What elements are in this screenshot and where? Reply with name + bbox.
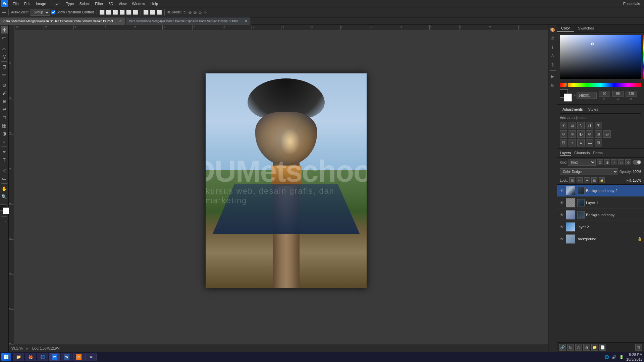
- adj-colorbalance-icon[interactable]: ⊕: [569, 130, 576, 138]
- hue-slider[interactable]: [560, 83, 641, 87]
- adj-photo-icon[interactable]: ⊗: [586, 130, 593, 138]
- history-panel-icon[interactable]: ⏱: [549, 35, 556, 42]
- path-select-tool[interactable]: ◁: [1, 167, 8, 174]
- taskbar-chrome[interactable]: 🌐: [37, 353, 48, 361]
- layer-adj-icon[interactable]: ◑: [583, 344, 590, 351]
- menu-view[interactable]: View: [116, 1, 129, 6]
- lock-transparent-icon[interactable]: ▥: [569, 177, 575, 183]
- menu-select[interactable]: Select: [77, 1, 93, 6]
- layer-filter-select[interactable]: Kind Name Effect Mode: [568, 159, 596, 166]
- distribute-left-icon[interactable]: ⬜: [143, 10, 149, 15]
- hex-input[interactable]: [577, 93, 597, 99]
- menu-window[interactable]: Window: [129, 1, 148, 6]
- menu-help[interactable]: Help: [148, 1, 161, 6]
- tray-battery-icon[interactable]: 🔋: [619, 354, 624, 360]
- 3d-orbit-icon[interactable]: ⊙: [198, 10, 202, 15]
- layer-visibility-layer-1[interactable]: 👁: [559, 200, 565, 205]
- eraser-tool[interactable]: ◻: [1, 114, 8, 121]
- 3d-zoom-icon[interactable]: ⊗: [193, 10, 197, 15]
- menu-file[interactable]: File: [10, 1, 21, 6]
- info-panel-icon[interactable]: ℹ: [549, 44, 556, 51]
- tab-paths[interactable]: Paths: [593, 150, 603, 156]
- layer-row-layer-2[interactable]: 👁 Layer 2: [557, 221, 644, 233]
- color-saturation-gradient[interactable]: [560, 35, 641, 79]
- layer-row-background[interactable]: 👁 Background 🔒: [557, 233, 644, 245]
- adj-mixer-icon[interactable]: ⊞: [595, 130, 602, 138]
- menu-filter[interactable]: Filter: [92, 1, 106, 6]
- move-tool-icon[interactable]: ✛: [2, 10, 6, 15]
- menu-layer[interactable]: Layer: [49, 1, 63, 6]
- dodge-tool[interactable]: ○: [1, 138, 8, 145]
- menu-3d[interactable]: 3D: [106, 1, 116, 6]
- quick-select-tool[interactable]: ◎: [1, 53, 8, 60]
- distribute-right-icon[interactable]: ⬜: [157, 10, 162, 15]
- menu-type[interactable]: Type: [63, 1, 77, 6]
- distribute-center-icon[interactable]: ⬜: [150, 10, 155, 15]
- taskbar-explorer[interactable]: 📁: [13, 353, 24, 361]
- background-swatch[interactable]: [564, 94, 572, 102]
- layer-comps-icon[interactable]: ⊞: [549, 81, 556, 89]
- adj-levels-icon[interactable]: ▤: [569, 122, 576, 129]
- g-input[interactable]: [612, 91, 624, 97]
- adj-threshold-icon[interactable]: ▲: [577, 139, 585, 146]
- blend-mode-select[interactable]: Color Dodge Normal Multiply Screen Overl…: [560, 168, 618, 175]
- filter-shape-icon[interactable]: ▭: [618, 159, 624, 165]
- lock-artboard-icon[interactable]: ⊡: [591, 177, 597, 183]
- align-middle-icon[interactable]: ⬜: [106, 10, 111, 15]
- windows-start-button[interactable]: [1, 353, 11, 361]
- menu-image[interactable]: Image: [33, 1, 49, 6]
- text-tool[interactable]: T: [1, 156, 8, 164]
- 3d-pan2-icon[interactable]: ✛: [203, 10, 207, 15]
- layer-new-icon[interactable]: 📄: [599, 344, 606, 351]
- adj-gradient-map-icon[interactable]: ▬: [586, 139, 593, 146]
- charmap-panel-icon[interactable]: A: [549, 52, 556, 60]
- taskbar-firefox[interactable]: 🦊: [25, 353, 36, 361]
- layer-visibility-bg-copy[interactable]: 👁: [559, 212, 565, 218]
- crop-tool[interactable]: ⊡: [1, 63, 8, 70]
- taskbar-word[interactable]: W: [61, 353, 72, 361]
- zoom-tool[interactable]: 🔍: [1, 193, 8, 200]
- layer-fx-icon[interactable]: fx: [567, 344, 574, 351]
- r-input[interactable]: [599, 91, 610, 97]
- layer-row-bg-copy-2[interactable]: 👁 Background copy 2: [557, 185, 644, 197]
- layer-row-layer-1[interactable]: 👁 Layer 1: [557, 197, 644, 209]
- lasso-tool[interactable]: ⌓: [1, 45, 8, 52]
- close-tab-2[interactable]: ✕: [245, 19, 247, 23]
- tab-adjustments[interactable]: Adjustments: [560, 107, 586, 112]
- lock-position-icon[interactable]: ✛: [584, 177, 590, 183]
- menu-edit[interactable]: Edit: [21, 1, 33, 6]
- auto-select-dropdown[interactable]: Group Layer: [31, 9, 50, 16]
- filter-type-icon[interactable]: T: [611, 159, 617, 165]
- marquee-rect-tool[interactable]: ▭: [1, 34, 8, 42]
- 3d-rotate-icon[interactable]: ↻: [183, 10, 187, 15]
- actions-panel-icon[interactable]: ▶: [549, 73, 556, 80]
- layer-link-icon[interactable]: 🔗: [559, 344, 566, 351]
- doc-tab-1[interactable]: Cara Sederhana Mengaplikasikan Double Ex…: [0, 17, 125, 25]
- shape-tool[interactable]: ▭: [1, 175, 8, 182]
- align-center-icon[interactable]: ⬜: [126, 10, 131, 15]
- layer-visibility-background[interactable]: 👁: [559, 236, 565, 242]
- clock-display[interactable]: 8:28 PM 10/3/2017: [626, 352, 643, 362]
- adj-brightness-icon[interactable]: ☀: [560, 122, 567, 129]
- lock-image-icon[interactable]: ✏: [577, 177, 583, 183]
- paragraph-panel-icon[interactable]: ¶: [549, 61, 556, 68]
- show-transform-checkbox[interactable]: [51, 10, 55, 14]
- doc-tab-2[interactable]: Cara Sederhana Mengaplikasikan Double Ex…: [125, 17, 251, 25]
- tab-layers[interactable]: Layers: [560, 150, 571, 156]
- filter-pixel-icon[interactable]: ⊡: [597, 159, 603, 165]
- history-brush-tool[interactable]: ↩: [1, 106, 8, 113]
- taskbar-star[interactable]: ★: [85, 353, 97, 361]
- blur-tool[interactable]: ◑: [1, 130, 8, 137]
- gradient-tool[interactable]: ▦: [1, 122, 8, 129]
- filter-smart-icon[interactable]: ⊙: [625, 159, 631, 165]
- layer-delete-icon[interactable]: 🗑: [635, 344, 642, 351]
- filter-toggle[interactable]: [633, 160, 641, 165]
- tab-swatches[interactable]: Swatches: [574, 25, 598, 32]
- taskbar-illustrator[interactable]: Ai: [73, 353, 85, 361]
- move-tool[interactable]: ✛: [1, 26, 8, 34]
- canvas-content[interactable]: DUMetschool kursus web, desain grafis, d…: [14, 30, 548, 345]
- tab-styles[interactable]: Styles: [586, 107, 601, 112]
- color-gradient-area[interactable]: [560, 35, 641, 79]
- foreground-background-swatches[interactable]: [560, 89, 572, 102]
- adj-selective-icon[interactable]: ⊠: [595, 139, 602, 146]
